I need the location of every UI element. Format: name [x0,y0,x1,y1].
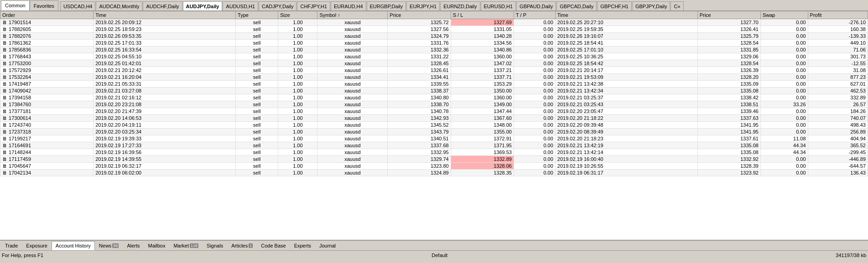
bottom-tab-account-history[interactable]: Account History [52,241,95,250]
cell-symbol: xauusd [317,88,388,94]
instrument-tab[interactable]: GBPCHF,H1 [597,1,632,10]
cell-time_open: 2019.02.20 21:47:39 [94,108,236,115]
instrument-tab[interactable]: GBPJPY,Daily [632,1,670,10]
cell-tp: 0.00 [514,33,555,40]
cell-profit: 740.07 [808,115,868,122]
cell-order: 🗎 17901514 [0,19,94,26]
cell-type: sell [236,108,278,115]
cell-order: 🗎 17164691 [0,142,94,149]
cell-time_close: 2019.02.19 16:00:40 [555,156,697,163]
col-header-size[interactable]: Size [278,11,317,19]
col-header-profit[interactable]: Profit [808,11,868,19]
instrument-tab[interactable]: USDCAD,H4 [60,1,96,10]
col-header-order[interactable]: Order [0,11,94,19]
bottom-tab-signals[interactable]: Signals [203,241,227,250]
cell-symbol: xauusd [317,60,388,67]
cell-time_close: 2019.02.21 13:42:14 [555,149,697,156]
instrument-tab[interactable]: CADJPY,Daily [259,1,297,10]
instrument-tab[interactable]: AUDCAD,Monthly [96,1,142,10]
cell-time_close: 2019.02.21 03:25:43 [555,101,697,108]
col-header-price_close[interactable]: Price [697,11,760,19]
table-row: 🗎 172437402019.02.20 04:19:11sell1.00xau… [0,122,868,129]
cell-tp: 0.00 [514,129,555,135]
col-header-tp[interactable]: T / P [514,11,555,19]
status-bar: For Help, press F1 Default 341197/38 kb [0,250,868,259]
cell-profit: -276.10 [808,19,868,26]
instrument-tab[interactable]: AUDCHF,Daily [143,1,182,10]
cell-type: sell [236,74,278,81]
cell-time_close: 2019.02.21 13:42:38 [555,81,697,88]
instrument-tab[interactable]: EURGBP,Daily [367,1,406,10]
bottom-tab-articles[interactable]: Articles1 [227,241,257,250]
cell-profit: 365.52 [808,142,868,149]
col-header-time_close[interactable]: Time [555,11,697,19]
bottom-tab-market[interactable]: Market118 [169,241,203,250]
cell-profit: -644.57 [808,163,868,170]
instrument-tab[interactable]: CHFJPY,H1 [297,1,330,10]
cell-tp: 0.00 [514,108,555,115]
cell-price_close: 1341.95 [697,129,760,135]
col-header-swap[interactable]: Swap [760,11,808,19]
bottom-tab-exposure[interactable]: Exposure [22,241,51,250]
instrument-tab[interactable]: EURUSD,H1 [481,1,516,10]
cell-sl: 1340.86 [451,46,514,53]
cell-size: 1.00 [278,122,317,129]
cell-time_open: 2019.02.19 06:32:17 [94,163,236,170]
table-row: 🗎 171992172019.02.19 19:39:33sell1.00xau… [0,135,868,142]
cell-swap: 0.00 [760,46,808,53]
cell-tp: 0.00 [514,135,555,142]
cell-sl: 1347.44 [451,108,514,115]
bottom-tab-experts[interactable]: Experts [290,241,315,250]
bottom-tab-alerts[interactable]: Alerts [123,241,144,250]
instrument-tab[interactable]: AUDUSD,H1 [223,1,258,10]
cell-symbol: xauusd [317,156,388,163]
bottom-tab-trade[interactable]: Trade [1,241,22,250]
bottom-tab-code-base[interactable]: Code Base [257,241,290,250]
cell-tp: 0.00 [514,46,555,53]
instrument-tab[interactable]: EURAUD,H4 [331,1,366,10]
instrument-tab[interactable]: C« [670,1,683,10]
bottom-tab-news[interactable]: News99 [95,241,123,250]
cell-tp: 0.00 [514,88,555,94]
table-row: 🗎 175729292019.02.21 20:12:42sell1.00xau… [0,67,868,74]
col-header-time_open[interactable]: Time [94,11,236,19]
cell-time_open: 2019.02.25 18:59:23 [94,26,236,33]
cell-time_close: 2019.02.25 17:01:10 [555,46,697,53]
instrument-tab[interactable]: GBPAUD,Daily [516,1,556,10]
instrument-tab[interactable]: EURJPY,H1 [406,1,440,10]
instrument-tab[interactable]: AUDJPY,Daily [183,1,223,10]
cell-time_open: 2019.02.19 16:39:56 [94,149,236,156]
cell-price_open: 1340.51 [388,135,451,142]
cell-time_open: 2019.02.25 04:55:10 [94,53,236,60]
col-header-sl[interactable]: S / L [451,11,514,19]
col-header-symbol[interactable]: Symbol ↑ [317,11,388,19]
common-fav-tab-common[interactable]: Common [1,0,30,10]
bottom-tab-journal[interactable]: Journal [315,241,340,250]
bottom-tab-mailbox[interactable]: Mailbox [144,241,170,250]
cell-order: 🗎 17384760 [0,101,94,108]
instrument-tab[interactable]: GBPCAD,Daily [556,1,597,10]
col-header-type[interactable]: Type [236,11,278,19]
cell-sl: 1332.89 [451,156,514,163]
cell-time_close: 2019.02.19 06:31:17 [555,170,697,176]
cell-symbol: xauusd [317,129,388,135]
cell-order: 🗎 17243740 [0,122,94,129]
cell-tp: 0.00 [514,19,555,26]
cell-time_close: 2019.02.25 20:27:10 [555,19,697,26]
instrument-tab[interactable]: EURNZD,Daily [440,1,480,10]
common-fav-tab-favorites[interactable]: Favorites [30,0,58,10]
cell-price_close: 1339.46 [697,108,760,115]
table-row: 🗎 173847602019.02.20 23:21:08sell1.00xau… [0,101,868,108]
cell-sl: 1348.00 [451,122,514,129]
col-header-price_open[interactable]: Price [388,11,451,19]
table-row: 🗎 173006142019.02.20 14:06:53sell1.00xau… [0,115,868,122]
cell-sl: 1350.00 [451,88,514,94]
bottom-tabs-bar: TradeExposureAccount HistoryNews99Alerts… [0,240,868,250]
cell-price_open: 1325.72 [388,19,451,26]
cell-swap: 44.34 [760,142,808,149]
cell-time_open: 2019.02.26 09:53:35 [94,33,236,40]
table-row: 🗎 171174592019.02.19 14:39:55sell1.00xau… [0,156,868,163]
cell-price_close: 1335.09 [697,81,760,88]
cell-price_open: 1324.79 [388,33,451,40]
cell-type: sell [236,115,278,122]
